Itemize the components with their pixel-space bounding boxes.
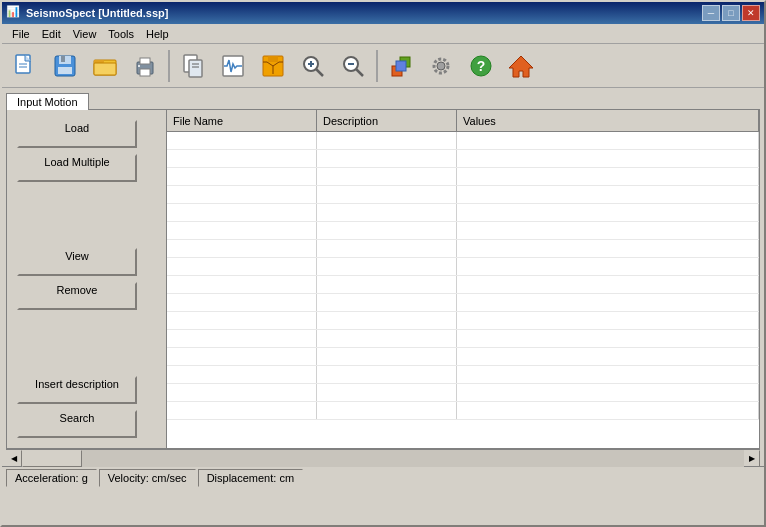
svg-line-29 xyxy=(356,69,363,76)
layers-button[interactable] xyxy=(382,47,420,85)
scroll-thumb[interactable] xyxy=(22,450,82,467)
main-content-area: Load Load Multiple View Remove Insert de… xyxy=(6,109,760,449)
svg-rect-15 xyxy=(189,60,202,77)
close-button[interactable]: ✕ xyxy=(742,5,760,21)
table-row[interactable] xyxy=(167,330,759,348)
new-button[interactable] xyxy=(6,47,44,85)
table-row[interactable] xyxy=(167,276,759,294)
content-wrapper: Input Motion Load Load Multiple View Rem… xyxy=(2,88,764,525)
table-row[interactable] xyxy=(167,402,759,420)
status-velocity: Velocity: cm/sec xyxy=(99,469,196,487)
column-header-values: Values xyxy=(457,110,759,131)
title-bar: 📊 SeismoSpect [Untitled.ssp] ─ □ ✕ xyxy=(2,2,764,24)
table-area: File Name Description Values xyxy=(167,110,759,448)
tab-bar: Input Motion xyxy=(2,88,764,109)
svg-rect-20 xyxy=(268,56,278,62)
svg-rect-9 xyxy=(94,63,116,75)
svg-line-25 xyxy=(316,69,323,76)
menu-help[interactable]: Help xyxy=(140,26,175,42)
main-window: 📊 SeismoSpect [Untitled.ssp] ─ □ ✕ File … xyxy=(0,0,766,527)
svg-rect-33 xyxy=(396,61,406,71)
scroll-track[interactable] xyxy=(22,450,744,467)
wave-button[interactable] xyxy=(214,47,252,85)
left-panel: Load Load Multiple View Remove Insert de… xyxy=(7,110,167,448)
print-button[interactable] xyxy=(126,47,164,85)
column-header-description: Description xyxy=(317,110,457,131)
minimize-button[interactable]: ─ xyxy=(702,5,720,21)
separator-2 xyxy=(376,50,378,82)
tab-input-motion[interactable]: Input Motion xyxy=(6,93,89,110)
button-spacer-1 xyxy=(17,188,156,242)
table-row[interactable] xyxy=(167,168,759,186)
svg-marker-38 xyxy=(509,56,533,77)
horizontal-scrollbar: ◀ ▶ xyxy=(6,449,760,466)
help-button[interactable]: ? xyxy=(462,47,500,85)
scroll-left-button[interactable]: ◀ xyxy=(6,450,22,467)
menu-bar: File Edit View Tools Help xyxy=(2,24,764,44)
insert-description-button[interactable]: Insert description xyxy=(17,376,137,404)
save-button[interactable] xyxy=(46,47,84,85)
search-button[interactable]: Search xyxy=(17,410,137,438)
box-button[interactable] xyxy=(254,47,292,85)
table-row[interactable] xyxy=(167,348,759,366)
remove-button[interactable]: Remove xyxy=(17,282,137,310)
status-acceleration: Acceleration: g xyxy=(6,469,97,487)
menu-edit[interactable]: Edit xyxy=(36,26,67,42)
table-row[interactable] xyxy=(167,240,759,258)
table-body xyxy=(167,132,759,448)
toolbar: ? xyxy=(2,44,764,88)
svg-point-34 xyxy=(437,62,445,70)
table-header: File Name Description Values xyxy=(167,110,759,132)
status-bar: Acceleration: g Velocity: cm/sec Displac… xyxy=(2,466,764,488)
table-row[interactable] xyxy=(167,222,759,240)
open-button[interactable] xyxy=(86,47,124,85)
load-button[interactable]: Load xyxy=(17,120,137,148)
copy-button[interactable] xyxy=(174,47,212,85)
menu-tools[interactable]: Tools xyxy=(102,26,140,42)
load-multiple-button[interactable]: Load Multiple xyxy=(17,154,137,182)
svg-rect-6 xyxy=(58,67,72,74)
button-spacer-2 xyxy=(17,316,156,370)
status-displacement: Displacement: cm xyxy=(198,469,303,487)
app-icon: 📊 xyxy=(6,5,22,21)
column-header-filename: File Name xyxy=(167,110,317,131)
svg-text:?: ? xyxy=(477,58,486,74)
table-row[interactable] xyxy=(167,312,759,330)
scroll-right-button[interactable]: ▶ xyxy=(744,450,760,467)
table-row[interactable] xyxy=(167,150,759,168)
menu-file[interactable]: File xyxy=(6,26,36,42)
window-title: SeismoSpect [Untitled.ssp] xyxy=(26,7,168,19)
table-row[interactable] xyxy=(167,366,759,384)
table-row[interactable] xyxy=(167,258,759,276)
table-row[interactable] xyxy=(167,384,759,402)
svg-rect-12 xyxy=(140,69,150,76)
table-row[interactable] xyxy=(167,132,759,150)
home-button[interactable] xyxy=(502,47,540,85)
separator-1 xyxy=(168,50,170,82)
table-row[interactable] xyxy=(167,186,759,204)
svg-point-13 xyxy=(138,65,140,67)
title-bar-controls: ─ □ ✕ xyxy=(702,5,760,21)
table-row[interactable] xyxy=(167,204,759,222)
zoom-in-button[interactable] xyxy=(294,47,332,85)
zoom-out-button[interactable] xyxy=(334,47,372,85)
svg-rect-5 xyxy=(61,56,65,62)
table-row[interactable] xyxy=(167,294,759,312)
maximize-button[interactable]: □ xyxy=(722,5,740,21)
settings-button[interactable] xyxy=(422,47,460,85)
view-button[interactable]: View xyxy=(17,248,137,276)
title-bar-left: 📊 SeismoSpect [Untitled.ssp] xyxy=(6,5,168,21)
svg-rect-11 xyxy=(140,58,150,64)
menu-view[interactable]: View xyxy=(67,26,103,42)
